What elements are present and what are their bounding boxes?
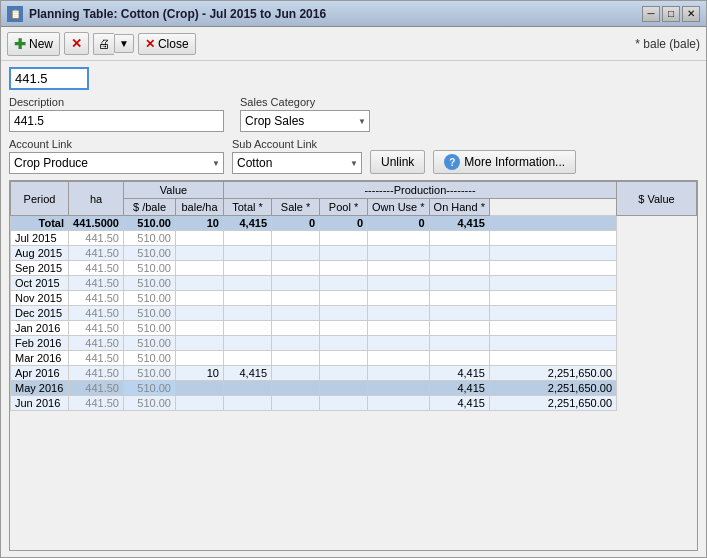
bale-ha-header: bale/ha (176, 199, 224, 216)
table-cell (176, 396, 224, 411)
table-cell (272, 291, 320, 306)
sub-account-link-select[interactable]: Cotton (232, 152, 362, 174)
table-cell (368, 396, 430, 411)
table-cell (272, 366, 320, 381)
table-cell (224, 246, 272, 261)
on-hand-header: On Hand * (429, 199, 489, 216)
table-cell: Jun 2016 (11, 396, 69, 411)
table-cell: Nov 2015 (11, 291, 69, 306)
table-cell: 441.50 (69, 351, 124, 366)
table-cell: 441.50 (69, 291, 124, 306)
table-row[interactable]: Nov 2015441.50510.00 (11, 291, 697, 306)
table-cell (272, 351, 320, 366)
table-cell (176, 246, 224, 261)
table-cell: Apr 2016 (11, 366, 69, 381)
table-cell (224, 306, 272, 321)
table-cell (320, 321, 368, 336)
table-row[interactable]: May 2016441.50510.004,4152,251,650.00 (11, 381, 697, 396)
value-header: Value (124, 182, 224, 199)
total-row[interactable]: Total 441.5000 510.00 10 4,415 0 0 0 4,4… (11, 216, 697, 231)
bale-info: * bale (bale) (635, 37, 700, 51)
table-cell (176, 336, 224, 351)
table-cell: 441.50 (69, 366, 124, 381)
table-cell: 2,251,650.00 (489, 366, 616, 381)
printer-icon: 🖨 (98, 37, 110, 51)
table-cell (176, 351, 224, 366)
table-cell (224, 321, 272, 336)
close-label: Close (158, 37, 189, 51)
window-close-button[interactable]: ✕ (682, 6, 700, 22)
app-icon: 📋 (7, 6, 23, 22)
table-cell (272, 306, 320, 321)
total-total: 4,415 (224, 216, 272, 231)
print-dropdown-button[interactable]: ▼ (114, 34, 134, 53)
table-cell: 441.50 (69, 321, 124, 336)
table-cell (320, 261, 368, 276)
description-input[interactable] (9, 110, 224, 132)
table-cell: 2,251,650.00 (489, 381, 616, 396)
ha-header: ha (69, 182, 124, 216)
table-row[interactable]: Jul 2015441.50510.00 (11, 231, 697, 246)
unlink-button[interactable]: Unlink (370, 150, 425, 174)
table-row[interactable]: Sep 2015441.50510.00 (11, 261, 697, 276)
sub-account-link-label: Sub Account Link (232, 138, 362, 150)
table-row[interactable]: Feb 2016441.50510.00 (11, 336, 697, 351)
new-button[interactable]: ✚ New (7, 32, 60, 56)
info-icon: ? (444, 154, 460, 170)
total-bale-ha: 10 (176, 216, 224, 231)
table-cell (429, 246, 489, 261)
content-area: 441.5 Description Sales Category Crop Sa… (1, 61, 706, 557)
table-cell (368, 246, 430, 261)
table-row[interactable]: Dec 2015441.50510.00 (11, 306, 697, 321)
description-label: Description (9, 96, 224, 108)
table-cell (489, 231, 616, 246)
title-bar: 📋 Planning Table: Cotton (Crop) - Jul 20… (1, 1, 706, 27)
table-row[interactable]: Jun 2016441.50510.004,4152,251,650.00 (11, 396, 697, 411)
table-cell: 441.50 (69, 261, 124, 276)
data-table-section: Period ha Value --------Production------… (9, 180, 698, 551)
table-cell (320, 306, 368, 321)
field-value-box[interactable]: 441.5 (9, 67, 89, 90)
table-cell: 4,415 (429, 396, 489, 411)
table-cell: 510.00 (124, 381, 176, 396)
more-info-button[interactable]: ? More Information... (433, 150, 576, 174)
table-row[interactable]: Mar 2016441.50510.00 (11, 351, 697, 366)
close-button[interactable]: ✕ Close (138, 33, 196, 55)
table-cell: Oct 2015 (11, 276, 69, 291)
table-cell (272, 231, 320, 246)
delete-button[interactable]: ✕ (64, 32, 89, 55)
table-cell (224, 231, 272, 246)
table-row[interactable]: Jan 2016441.50510.00 (11, 321, 697, 336)
total-header: Total * (224, 199, 272, 216)
table-cell (224, 276, 272, 291)
table-cell (429, 276, 489, 291)
table-cell: 441.50 (69, 246, 124, 261)
print-button[interactable]: 🖨 (93, 33, 114, 55)
table-cell (272, 261, 320, 276)
minimize-button[interactable]: ─ (642, 6, 660, 22)
table-cell (489, 351, 616, 366)
close-icon: ✕ (145, 37, 155, 51)
table-row[interactable]: Aug 2015441.50510.00 (11, 246, 697, 261)
table-cell (429, 321, 489, 336)
table-cell (176, 261, 224, 276)
table-cell: 510.00 (124, 261, 176, 276)
table-cell (368, 351, 430, 366)
sub-account-link-wrapper: Cotton (232, 152, 362, 174)
account-link-select[interactable]: Crop Produce (9, 152, 224, 174)
dollar-value-header: $ Value (617, 182, 697, 216)
table-cell: 510.00 (124, 231, 176, 246)
table-row[interactable]: Apr 2016441.50510.00104,4154,4152,251,65… (11, 366, 697, 381)
table-cell: Jul 2015 (11, 231, 69, 246)
table-cell (368, 276, 430, 291)
table-cell: Feb 2016 (11, 336, 69, 351)
table-cell (489, 306, 616, 321)
table-cell: 441.50 (69, 231, 124, 246)
table-cell: 510.00 (124, 276, 176, 291)
account-row: Account Link Crop Produce Sub Account Li… (9, 138, 698, 174)
maximize-button[interactable]: □ (662, 6, 680, 22)
total-own-use: 0 (368, 216, 430, 231)
table-row[interactable]: Oct 2015441.50510.00 (11, 276, 697, 291)
sales-category-select[interactable]: Crop Sales (240, 110, 370, 132)
table-cell: Aug 2015 (11, 246, 69, 261)
